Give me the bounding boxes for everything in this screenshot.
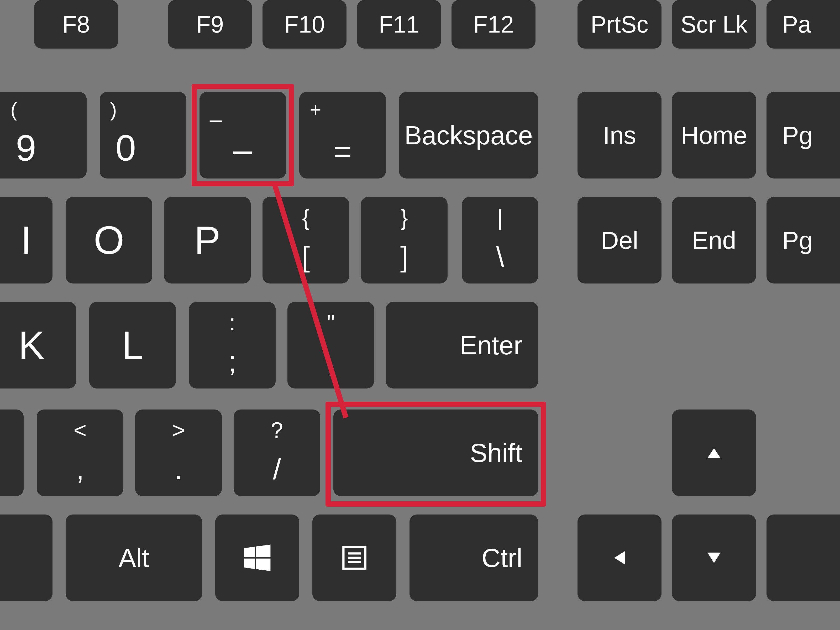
key-pause-partial[interactable]: Pa [766,0,840,49]
key-label: [ [262,240,349,273]
key-arrow-right-partial[interactable] [766,515,840,601]
key-bracket-right[interactable]: } ] [361,197,448,284]
key-0[interactable]: ) 0 [100,92,186,178]
key-label: Pa [766,11,840,38]
key-shift-label: + [310,98,321,121]
key-label: Ins [578,121,662,150]
key-label: – [199,130,286,169]
key-label: Enter [386,330,523,360]
key-o[interactable]: O [66,197,152,284]
key-semicolon[interactable]: : ; [189,302,276,388]
key-label: P [164,218,251,263]
key-period[interactable]: > . [135,409,222,496]
key-label: PrtSc [578,11,662,38]
key-shift-label: : [189,310,276,335]
key-i[interactable]: I [0,197,52,284]
key-label: F12 [452,11,535,38]
key-l[interactable]: L [89,302,176,388]
keyboard: F8 F9 F10 F11 F12 PrtSc Scr Lk Pa ( 9 ) … [0,0,840,630]
key-f9[interactable]: F9 [168,0,252,49]
key-label: Del [578,226,662,255]
key-shift-label: | [462,205,538,231]
key-alt-right[interactable]: Alt [66,515,202,601]
key-ctrl-right[interactable]: Ctrl [409,515,538,601]
key-slash[interactable]: ? / [234,409,320,496]
windows-icon [243,543,272,572]
key-shift-label: ? [234,417,320,443]
key-p[interactable]: P [164,197,251,284]
key-label: , [37,452,123,486]
key-m-partial[interactable] [0,409,24,496]
key-f12[interactable]: F12 [452,0,535,49]
key-menu[interactable] [313,515,396,601]
key-shift-label: _ [210,98,222,123]
key-label: O [66,218,152,263]
key-label: L [89,323,176,368]
key-label: ; [189,345,276,378]
key-shift-label: " [287,310,374,335]
key-shift-right[interactable]: Shift [333,409,538,496]
menu-icon [341,545,368,571]
arrow-down-icon [706,550,722,566]
key-label: End [672,226,756,255]
key-bracket-left[interactable]: { [ [262,197,349,284]
key-label: Scr Lk [672,11,756,38]
key-label: = [299,133,386,169]
key-label: / [234,452,320,486]
key-label: I [0,218,52,263]
key-arrow-down[interactable] [672,515,756,601]
key-shift-label: > [135,417,222,443]
key-backspace[interactable]: Backspace [399,92,538,178]
key-scrlk[interactable]: Scr Lk [672,0,756,49]
key-backslash[interactable]: | \ [462,197,538,284]
key-windows[interactable] [215,515,299,601]
key-ins[interactable]: Ins [578,92,662,178]
key-label: Pg [766,121,840,150]
key-label: F10 [262,11,346,38]
key-label: Pg [766,226,840,255]
key-label: F8 [34,11,118,38]
key-label: . [135,452,222,486]
key-arrow-left[interactable] [578,515,662,601]
arrow-left-icon [612,550,627,566]
key-label: Backspace [399,120,538,150]
key-label: , [287,345,374,378]
key-shift-label: } [361,205,448,231]
key-del[interactable]: Del [578,197,662,284]
key-label: Shift [333,438,523,468]
key-label: \ [462,240,538,273]
key-label: F9 [168,11,252,38]
key-end[interactable]: End [672,197,756,284]
key-f8[interactable]: F8 [34,0,118,49]
key-prtsc[interactable]: PrtSc [578,0,662,49]
key-spacer-left[interactable] [0,515,52,601]
key-label: ] [361,240,448,273]
key-comma[interactable]: < , [37,409,123,496]
key-shift-label: { [262,205,349,231]
key-arrow-up[interactable] [672,409,756,496]
key-shift-label: ( [11,98,17,121]
key-label: Ctrl [409,543,523,573]
key-minus[interactable]: _ – [199,92,286,178]
key-enter[interactable]: Enter [386,302,538,388]
key-shift-label: ) [110,98,117,121]
key-label: 0 [115,127,136,169]
key-label: K [0,323,76,368]
key-label: 9 [16,127,36,169]
key-f11[interactable]: F11 [357,0,441,49]
key-f10[interactable]: F10 [262,0,346,49]
key-k[interactable]: K [0,302,76,388]
arrow-up-icon [706,445,722,461]
key-quote[interactable]: " , [287,302,374,388]
key-label: F11 [357,11,441,38]
key-label: Alt [66,543,202,573]
key-pgup-partial[interactable]: Pg [766,92,840,178]
key-home[interactable]: Home [672,92,756,178]
key-shift-label: < [37,417,123,443]
key-equals[interactable]: + = [299,92,386,178]
key-label: Home [672,121,756,150]
key-pgdn-partial[interactable]: Pg [766,197,840,284]
key-9[interactable]: ( 9 [0,92,87,178]
